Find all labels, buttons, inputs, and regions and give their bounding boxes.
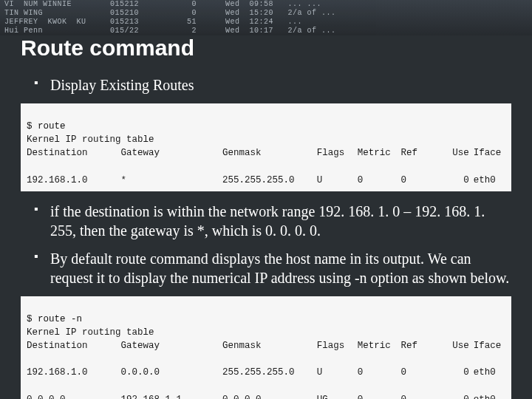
terminal-command: $ route <box>27 121 66 132</box>
terminal-subtitle: Kernel IP routing table <box>27 134 154 145</box>
terminal-row: 192.168.1.00.0.0.0255.255.255.0U000eth0 <box>27 366 505 379</box>
terminal-columns: DestinationGatewayGenmaskFlagsMetricRefU… <box>27 339 505 352</box>
slide-content: Route command Display Existing Routes $ … <box>0 0 532 399</box>
terminal-output-2: $ route -n Kernel IP routing table Desti… <box>21 296 511 399</box>
terminal-subtitle: Kernel IP routing table <box>27 327 154 338</box>
slide-title: Route command <box>21 35 511 61</box>
bullet-item: Display Existing Routes <box>34 75 511 95</box>
terminal-command: $ route -n <box>27 314 82 324</box>
bullet-item: By default route command displays the ho… <box>34 249 511 287</box>
terminal-row: 0.0.0.0192.168.1.10.0.0.0UG000eth0 <box>27 393 505 399</box>
bullet-list: Display Existing Routes <box>21 75 511 95</box>
terminal-columns: DestinationGatewayGenmaskFlagsMetricRefU… <box>27 146 505 160</box>
bullet-item: if the destination is within the network… <box>34 202 511 240</box>
bullet-list: if the destination is within the network… <box>21 202 511 287</box>
terminal-row: 192.168.1.0*255.255.255.0U000eth0 <box>27 174 505 187</box>
terminal-output-1: $ route Kernel IP routing table Destinat… <box>21 103 511 191</box>
